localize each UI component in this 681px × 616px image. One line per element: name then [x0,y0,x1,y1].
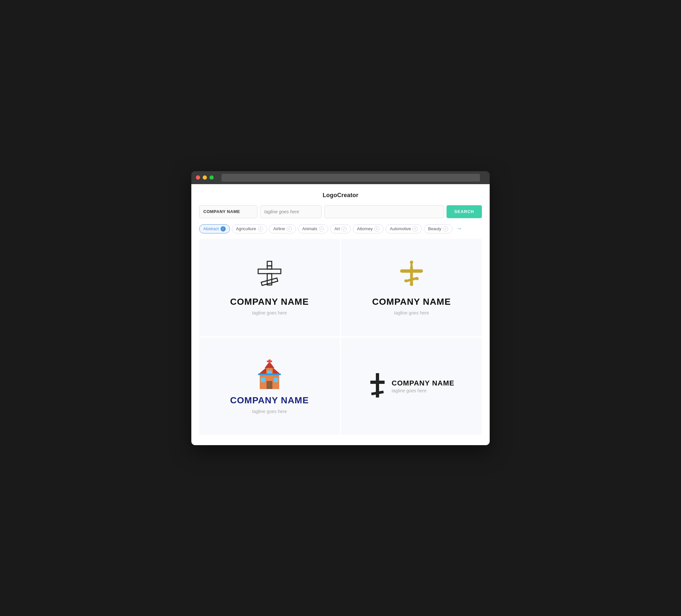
filter-tag-animals[interactable]: Animals✓ [298,224,328,233]
filter-label-beauty: Beauty [428,226,441,231]
filter-check-art: ✓ [342,226,347,231]
logo-inner-1: COMPANY NAME tagline goes here [230,260,309,315]
maximize-button[interactable] [209,175,214,180]
svg-rect-25 [258,374,281,375]
logo-inner-2: COMPANY NAME tagline goes here [372,260,451,315]
filter-label-airline: Airline [273,226,285,231]
filter-label-animals: Animals [302,226,317,231]
search-bar: SEARCH [199,205,482,218]
logo4-tagline: tagline goes here [392,388,454,393]
filter-check-beauty: ✓ [443,226,448,231]
filter-tag-art[interactable]: Art✓ [330,224,351,233]
app-title: LogoCreator [199,192,482,199]
logo3-tagline: tagline goes here [252,409,287,414]
filter-label-agriculture: Agriculture [236,226,256,231]
cross-simple-icon [369,371,386,401]
svg-rect-6 [410,264,412,266]
filter-tag-attorney[interactable]: Attorney✓ [353,224,384,233]
filter-label-attorney: Attorney [357,226,373,231]
logo2-company: COMPANY NAME [372,297,451,307]
tagline-input[interactable] [260,205,322,218]
svg-rect-22 [261,378,265,382]
svg-point-8 [400,270,403,273]
browser-titlebar [191,171,490,184]
search-button[interactable]: SEARCH [447,205,482,218]
svg-rect-21 [267,381,272,389]
svg-rect-2 [258,269,281,274]
filter-tag-agriculture[interactable]: Agriculture✓ [232,224,267,233]
logo-grid: COMPANY NAME tagline goes here [199,239,482,435]
filter-tag-beauty[interactable]: Beauty✓ [424,224,452,233]
logo3-company: COMPANY NAME [230,395,309,406]
close-button[interactable] [196,175,200,180]
logo-card-2[interactable]: COMPANY NAME tagline goes here [341,239,482,336]
logo4-text: COMPANY NAME tagline goes here [392,379,454,393]
logo-card-1[interactable]: COMPANY NAME tagline goes here [199,239,340,336]
filter-check-animals: ✓ [319,226,324,231]
logo1-tagline: tagline goes here [252,310,287,315]
svg-rect-0 [267,261,272,266]
svg-rect-20 [267,361,272,362]
svg-rect-4 [261,278,278,285]
filter-check-agriculture: ✓ [258,226,263,231]
filter-label-automotive: Automotive [390,226,411,231]
filter-label-abstract: Abstract [203,226,219,231]
logo2-tagline: tagline goes here [394,310,429,315]
keyword-input[interactable] [324,205,444,218]
filter-check-airline: ✓ [287,226,292,231]
svg-point-14 [410,283,413,286]
svg-point-13 [416,278,419,280]
svg-rect-23 [274,378,278,382]
church-icon [255,358,284,391]
filter-check-attorney: ✓ [374,226,379,231]
cross-outline-icon [256,260,282,292]
filter-tag-airline[interactable]: Airline✓ [269,224,296,233]
company-name-input[interactable] [199,205,257,218]
logo1-company: COMPANY NAME [230,297,309,307]
filter-bar: Abstract✓Agriculture✓Airline✓Animals✓Art… [199,224,482,234]
filter-tag-automotive[interactable]: Automotive✓ [385,224,422,233]
logo-inner-4: COMPANY NAME tagline goes here [369,371,454,401]
svg-rect-28 [370,381,385,384]
filter-label-art: Art [334,226,340,231]
filter-check-abstract: ✓ [221,226,226,231]
svg-point-12 [404,280,407,282]
logo-card-3[interactable]: COMPANY NAME tagline goes here [199,337,340,435]
filter-tag-abstract[interactable]: Abstract✓ [199,224,230,233]
filter-check-automotive: ✓ [412,226,418,231]
logo4-company: COMPANY NAME [392,379,454,387]
svg-marker-26 [270,359,271,360]
logo-inner-3: COMPANY NAME tagline goes here [230,358,309,414]
cross-ornate-icon [399,260,425,292]
filter-more-button[interactable]: → [454,224,464,234]
address-bar [222,174,480,182]
browser-window: LogoCreator SEARCH Abstract✓Agriculture✓… [191,171,490,445]
svg-rect-10 [410,266,413,284]
minimize-button[interactable] [203,175,207,180]
svg-point-5 [410,261,413,264]
logo-card-4[interactable]: COMPANY NAME tagline goes here [341,337,482,435]
browser-content: LogoCreator SEARCH Abstract✓Agriculture✓… [191,184,490,445]
svg-point-9 [420,270,423,273]
